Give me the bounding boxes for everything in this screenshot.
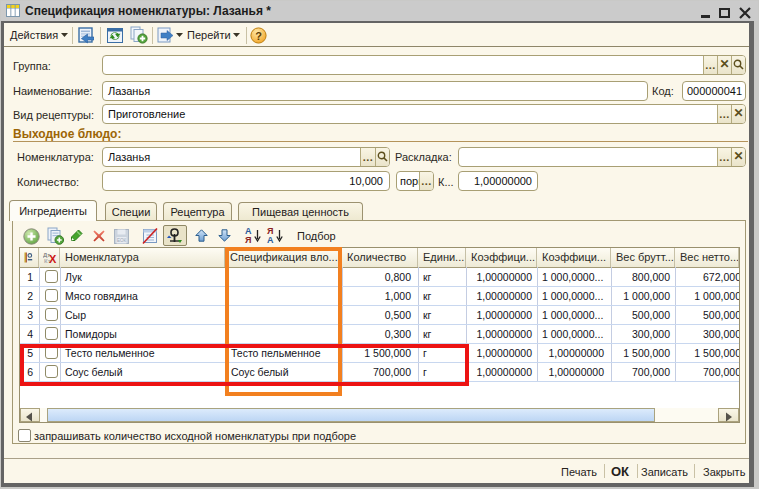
svg-text:?: ? <box>255 30 262 42</box>
svg-text:X: X <box>49 253 57 265</box>
svg-text:ЕОК: ЕОК <box>117 238 127 243</box>
